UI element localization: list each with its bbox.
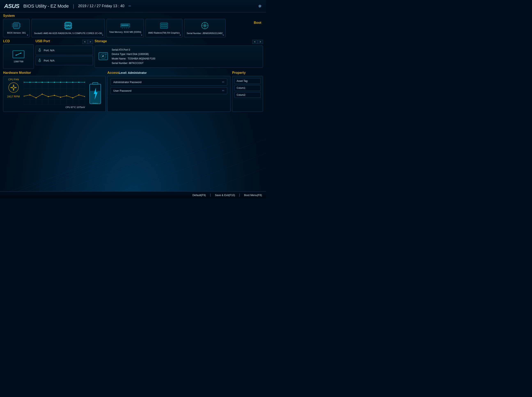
property-asset-tag[interactable]: Asset Tag: xyxy=(234,78,261,84)
fan-section: CPU FAN 2417 RPM xyxy=(5,78,22,110)
svg-rect-132 xyxy=(93,82,98,85)
hw-monitor-label: Hardware Monitor xyxy=(3,71,106,75)
lcd-section: LCD 1366*768 xyxy=(3,39,34,69)
property-label: Property xyxy=(232,71,263,75)
usb-prev-btn[interactable]: < xyxy=(82,40,88,44)
storage-model: Model Name: TOSHIBA MQ04AB F100 xyxy=(112,57,155,61)
property-inner: Asset Tag: Colum1: Colum2: xyxy=(232,76,263,112)
memory-text: Total Memory: 8192 MB (DDR4) xyxy=(109,31,141,33)
cpu-arrow: ▸ xyxy=(102,33,103,36)
property-section: Property Asset Tag: Colum1: Colum2: xyxy=(232,71,263,112)
svg-point-123 xyxy=(42,94,43,95)
storage-nav: < > xyxy=(252,40,263,44)
svg-rect-17 xyxy=(14,25,15,26)
chart-label: CPU 87°C 1075mV xyxy=(24,106,85,108)
property-colum2[interactable]: Colum2: xyxy=(234,92,261,98)
hw-monitor-section: Hardware Monitor CPU FAN xyxy=(3,71,106,112)
pencil-icon[interactable]: ✏ xyxy=(128,4,131,8)
svg-rect-55 xyxy=(121,25,122,26)
svg-point-119 xyxy=(85,82,85,83)
usb-items: ⛢ Port: N/A ⛢ Port: N/A xyxy=(36,45,93,65)
svg-point-117 xyxy=(72,82,73,83)
svg-point-111 xyxy=(36,82,37,83)
bios-icon xyxy=(12,22,21,30)
cpu-text: Socket0: AMD A6-9225 RADEON R4, 5 COMPUT… xyxy=(34,32,102,35)
storage-header: Storage < > xyxy=(95,39,263,44)
footer-div-1: | xyxy=(210,193,211,197)
bottom-row: Hardware Monitor CPU FAN xyxy=(3,71,263,112)
hdd-icon xyxy=(98,51,108,62)
fan-label: CPU FAN xyxy=(8,78,19,81)
boot-menu-btn[interactable]: Boot Menu(F8) xyxy=(244,194,262,197)
user-password-label: User Password xyxy=(113,89,131,92)
usb-port-2[interactable]: ⛢ Port: N/A xyxy=(36,56,93,65)
gpu-text: AMD Radeon(TM) R4 Graphics xyxy=(148,31,180,34)
storage-card[interactable]: Serial ATA Port 0 Device Type: Hard Disk… xyxy=(95,45,263,68)
bios-card[interactable]: BIOS Version: 301 ▸ xyxy=(3,19,30,37)
svg-rect-19 xyxy=(17,25,18,26)
usb-next-btn[interactable]: > xyxy=(88,40,93,44)
main-content: System xyxy=(0,12,266,191)
svg-point-130 xyxy=(85,96,85,97)
svg-point-76 xyxy=(204,25,205,26)
admin-password-edit-icon[interactable]: ✏ xyxy=(222,80,225,84)
svg-rect-88 xyxy=(105,54,107,55)
property-colum1[interactable]: Colum1: xyxy=(234,85,261,91)
boot-label: Boot xyxy=(252,19,263,37)
system-section: System xyxy=(3,14,263,37)
access-section: AccessLevel: Administrator Administrator… xyxy=(107,71,230,112)
default-btn[interactable]: Default(F9) xyxy=(192,194,206,197)
fan-icon xyxy=(8,82,19,94)
svg-rect-21 xyxy=(16,26,16,27)
usb-port-1-label: Port: N/A xyxy=(44,49,55,52)
footer-div-2: | xyxy=(239,193,240,197)
usb-section: USB Port < > ⛢ Port: N/A ⛢ Port: N/A xyxy=(36,39,93,69)
usb-nav: < > xyxy=(82,40,93,44)
usb-port-1[interactable]: ⛢ Port: N/A xyxy=(36,45,93,55)
svg-rect-67 xyxy=(160,23,168,29)
svg-point-127 xyxy=(66,95,67,96)
memory-card[interactable]: Total Memory: 8192 MB (DDR4) ▸ xyxy=(107,19,144,37)
settings-icon[interactable] xyxy=(258,4,262,8)
svg-rect-14 xyxy=(14,24,15,25)
header-right-icons xyxy=(258,4,262,8)
serial-text: Serial Number: JBN0GR09J21248C xyxy=(187,32,223,35)
serial-card[interactable]: Serial Number: JBN0GR09J21248C ▸ xyxy=(184,19,226,37)
footer: Default(F9) | Save & Exit(F10) | Boot Me… xyxy=(0,191,266,198)
svg-point-121 xyxy=(29,94,30,96)
svg-rect-56 xyxy=(122,25,123,26)
svg-rect-72 xyxy=(163,26,165,27)
storage-info: Serial ATA Port 0 Device Type: Hard Disk… xyxy=(112,48,155,65)
svg-rect-70 xyxy=(165,24,167,25)
svg-point-114 xyxy=(54,82,55,83)
lcd-card[interactable]: 1366*768 xyxy=(3,44,34,69)
bios-arrow: ▸ xyxy=(27,33,28,36)
save-exit-btn[interactable]: Save & Exit(F10) xyxy=(215,194,235,197)
lcd-icon xyxy=(12,50,25,60)
usb-port-2-label: Port: N/A xyxy=(44,59,55,62)
svg-point-120 xyxy=(24,96,24,97)
svg-point-129 xyxy=(78,94,79,96)
usb-label: USB Port xyxy=(36,39,50,43)
svg-rect-68 xyxy=(161,24,163,25)
user-password-field[interactable]: User Password ✏ xyxy=(111,87,227,94)
storage-serial: Serial Number: 88TKCCOGT xyxy=(112,61,155,66)
memory-arrow: ▸ xyxy=(141,33,142,36)
storage-port: Serial ATA Port 0 xyxy=(112,48,155,52)
svg-point-110 xyxy=(29,82,30,83)
header-datetime: 2019 / 12 / 27 Friday 13 : 40 xyxy=(78,4,124,8)
svg-rect-62 xyxy=(121,27,130,28)
storage-prev-btn[interactable]: < xyxy=(252,40,257,44)
cpu-card[interactable]: CPU Socket0: AMD A6-9225 RADEON R4 xyxy=(32,19,105,37)
gpu-arrow: ▸ xyxy=(180,33,181,36)
svg-point-122 xyxy=(36,97,37,99)
svg-text:Battery: Battery xyxy=(93,102,98,104)
user-password-edit-icon[interactable]: ✏ xyxy=(222,89,225,92)
cpu-icon: CPU xyxy=(64,22,72,31)
admin-password-field[interactable]: Administrator Password ✏ xyxy=(111,79,227,86)
svg-rect-59 xyxy=(126,25,126,26)
gpu-card[interactable]: AMD Radeon(TM) R4 Graphics ▸ xyxy=(146,19,182,37)
battery-section: Battery xyxy=(87,78,103,110)
storage-next-btn[interactable]: > xyxy=(258,40,263,44)
svg-point-118 xyxy=(78,82,79,83)
